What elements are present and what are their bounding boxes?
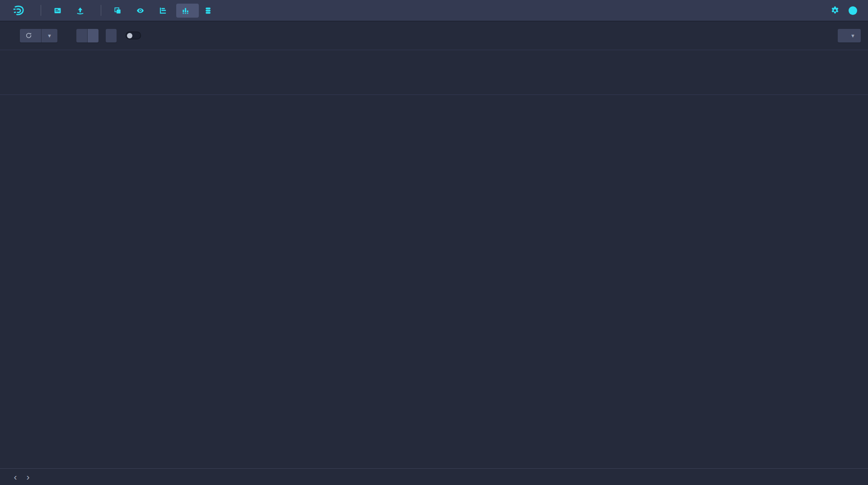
segments-icon bbox=[182, 7, 189, 14]
segment-timeline-toggle[interactable] bbox=[126, 32, 141, 39]
nav-more-button[interactable] bbox=[221, 7, 230, 14]
table-body bbox=[0, 95, 868, 468]
nav-item-supervisors[interactable] bbox=[131, 4, 154, 18]
datasources-icon bbox=[114, 7, 122, 14]
table-header-row bbox=[0, 50, 868, 75]
nav-item-datasources[interactable] bbox=[108, 4, 131, 18]
nav-divider bbox=[41, 5, 41, 16]
upload-icon bbox=[76, 7, 84, 14]
nav-item-services[interactable] bbox=[199, 4, 221, 18]
nav-divider bbox=[101, 5, 101, 16]
druid-logo-icon bbox=[13, 5, 25, 17]
table-filter-row bbox=[0, 75, 868, 95]
toggle-knob bbox=[127, 33, 132, 38]
nav-item-segments[interactable] bbox=[176, 4, 199, 18]
navbar bbox=[0, 0, 868, 21]
toolbar: ▼ ▼ bbox=[0, 21, 868, 50]
previous-page-icon[interactable]: ‹ bbox=[9, 471, 22, 483]
query-icon bbox=[54, 7, 61, 14]
more-options-button[interactable] bbox=[106, 29, 117, 42]
eye-icon bbox=[136, 7, 144, 14]
group-by-none-button[interactable] bbox=[76, 29, 87, 42]
columns-button[interactable]: ▼ bbox=[838, 29, 861, 42]
settings-gear-icon[interactable] bbox=[830, 6, 840, 15]
group-by-interval-button[interactable] bbox=[87, 29, 99, 42]
gantt-chart-icon bbox=[159, 7, 167, 14]
druid-console: ▼ ▼ ‹ › bbox=[0, 0, 868, 485]
database-icon bbox=[204, 7, 212, 14]
nav-item-query[interactable] bbox=[48, 4, 71, 18]
group-by-button-group bbox=[76, 29, 99, 42]
refresh-dropdown-button[interactable]: ▼ bbox=[41, 29, 57, 42]
nav-item-tasks[interactable] bbox=[154, 4, 176, 18]
pagination-bar: ‹ › bbox=[0, 468, 868, 485]
chevron-down-icon: ▼ bbox=[850, 33, 855, 38]
chevron-down-icon: ▼ bbox=[47, 33, 52, 38]
help-icon[interactable] bbox=[849, 6, 857, 15]
navbar-right bbox=[830, 6, 857, 15]
refresh-button[interactable] bbox=[20, 29, 41, 42]
next-page-icon[interactable]: › bbox=[22, 471, 34, 483]
nav-item-load-data[interactable] bbox=[71, 4, 94, 18]
druid-home-link[interactable] bbox=[13, 5, 29, 17]
segments-table bbox=[0, 50, 868, 468]
refresh-button-group: ▼ bbox=[20, 29, 57, 42]
refresh-icon bbox=[25, 32, 32, 39]
